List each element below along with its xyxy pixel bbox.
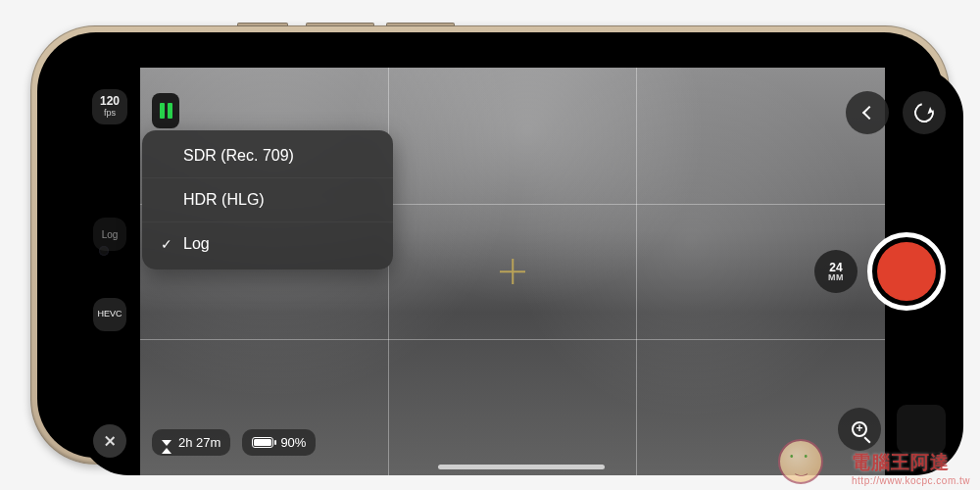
watermark-title: 電腦王阿達 xyxy=(852,452,950,472)
back-button[interactable] xyxy=(846,91,889,134)
grid-line xyxy=(636,68,637,475)
right-rail: 24 MM xyxy=(850,68,963,475)
remaining-time-pill[interactable]: 2h 27m xyxy=(152,429,230,456)
fps-value: 120 xyxy=(100,95,120,108)
format-option-sdr[interactable]: SDR (Rec. 709) xyxy=(142,134,393,177)
home-indicator[interactable] xyxy=(438,465,605,469)
volume-up-button xyxy=(306,23,374,26)
record-icon xyxy=(877,242,936,301)
side-button xyxy=(237,23,288,26)
iphone-device-frame: 120 fps Log HEVC SDR (Rec. 709) xyxy=(30,25,950,465)
grid-line xyxy=(140,339,885,340)
color-format-label: Log xyxy=(102,229,119,240)
audio-levels-indicator[interactable] xyxy=(152,93,179,128)
format-option-label: SDR (Rec. 709) xyxy=(183,147,294,165)
fps-button[interactable]: 120 fps xyxy=(92,89,127,124)
check-icon xyxy=(160,236,173,252)
battery-icon xyxy=(252,437,273,448)
format-option-log[interactable]: Log xyxy=(142,221,393,266)
watermark: 電腦王阿達 http://www.kocpc.com.tw xyxy=(852,450,970,486)
battery-pill[interactable]: 90% xyxy=(242,429,316,456)
flip-camera-icon xyxy=(910,99,937,125)
watermark-url: http://www.kocpc.com.tw xyxy=(852,475,970,486)
close-button[interactable] xyxy=(93,424,126,458)
color-format-menu: SDR (Rec. 709) HDR (HLG) Log xyxy=(142,130,393,270)
flip-camera-button[interactable] xyxy=(903,91,946,134)
bottom-info-bar: 2h 27m 90% xyxy=(152,429,316,456)
volume-down-button xyxy=(386,23,455,26)
magnifier-plus-icon xyxy=(852,421,867,437)
focus-crosshair-icon xyxy=(500,259,525,284)
fps-unit: fps xyxy=(104,109,116,119)
close-icon xyxy=(104,435,116,447)
level-bar-icon xyxy=(160,103,165,119)
left-rail: 120 fps Log HEVC xyxy=(79,68,140,475)
format-option-label: HDR (HLG) xyxy=(183,191,265,209)
record-button[interactable] xyxy=(867,232,946,311)
lens-unit: MM xyxy=(828,273,844,282)
codec-button[interactable]: HEVC xyxy=(93,298,126,331)
grid-line xyxy=(388,68,389,475)
color-format-button[interactable]: Log xyxy=(93,218,126,251)
camera-viewfinder[interactable] xyxy=(140,68,885,475)
zoom-button[interactable] xyxy=(838,408,881,451)
hourglass-icon xyxy=(162,440,172,446)
last-clip-thumbnail[interactable] xyxy=(897,405,946,454)
level-bar-icon xyxy=(168,103,172,119)
lens-button[interactable]: 24 MM xyxy=(814,250,858,293)
watermark-mascot-icon xyxy=(778,439,823,484)
format-option-hdr[interactable]: HDR (HLG) xyxy=(142,177,393,221)
screen: 120 fps Log HEVC SDR (Rec. 709) xyxy=(79,68,963,475)
codec-label: HEVC xyxy=(97,310,122,319)
lens-focal-length: 24 xyxy=(829,262,842,273)
chevron-left-icon xyxy=(861,106,875,120)
format-option-label: Log xyxy=(183,235,210,253)
battery-value: 90% xyxy=(280,435,306,450)
remaining-time-value: 2h 27m xyxy=(178,435,220,450)
